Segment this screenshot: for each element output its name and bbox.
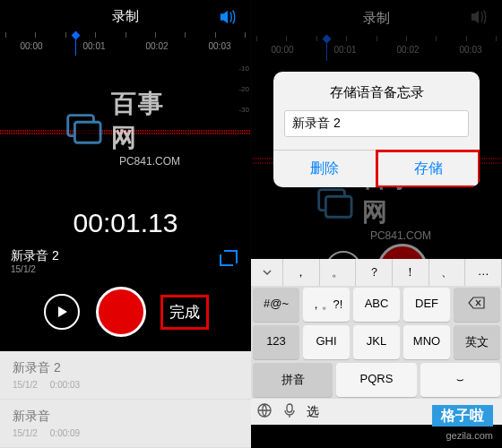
suggest-key[interactable]: ？ — [356, 259, 393, 286]
list-item[interactable]: 新录音 2 15/1/20:00:03 — [0, 351, 251, 400]
dialog-title: 存储语音备忘录 — [273, 72, 480, 110]
keyboard: ， 。 ？ ！ 、 … #@~ ，。?! ABC DEF 123 GHI JKL… — [251, 259, 502, 425]
key[interactable]: ⌣ — [420, 363, 500, 397]
suggest-key[interactable]: ！ — [393, 259, 429, 286]
globe-icon[interactable] — [256, 402, 273, 421]
keyboard-suggest-row: ， 。 ？ ！ 、 … — [251, 259, 502, 286]
key[interactable]: GHI — [303, 325, 350, 359]
record-button[interactable] — [96, 287, 146, 337]
suggest-key[interactable]: 。 — [320, 259, 357, 286]
left-pane: 录制 00:00 00:01 00:02 00:03 -10-20-30 百事网… — [0, 0, 251, 448]
controls: 完成 — [0, 278, 251, 351]
save-dialog: 存储语音备忘录 新录音 2 删除 存储 — [273, 72, 480, 187]
key[interactable]: ，。?! — [303, 288, 350, 322]
key-numbers[interactable]: 123 — [253, 325, 299, 359]
done-button[interactable]: 完成 — [162, 297, 207, 328]
suggest-key[interactable]: 、 — [429, 259, 466, 286]
keyboard-expand-icon[interactable] — [251, 259, 283, 286]
recording-name-input[interactable]: 新录音 2 — [284, 110, 469, 137]
delete-button[interactable]: 删除 — [273, 151, 376, 187]
waveform-area: -10-20-30 百事网 PC841.COM — [0, 56, 251, 199]
backspace-key[interactable] — [454, 288, 500, 322]
recording-date: 15/1/2 — [11, 264, 217, 274]
key-pinyin[interactable]: 拼音 — [253, 363, 333, 397]
key-symbols[interactable]: #@~ — [253, 288, 299, 322]
corner-watermark-right: 格子啦 gezila.com — [423, 403, 502, 446]
suggest-key[interactable]: ， — [283, 259, 320, 286]
key[interactable]: DEF — [403, 288, 450, 322]
watermark: 百事网 PC841.COM — [63, 87, 188, 168]
recording-name: 新录音 2 — [11, 248, 217, 264]
trim-icon[interactable] — [217, 247, 240, 274]
key[interactable]: JKL — [353, 325, 400, 359]
key[interactable]: PQRS — [336, 363, 416, 397]
mic-icon[interactable] — [281, 402, 298, 421]
key-lang[interactable]: 英文 — [454, 325, 500, 359]
time-ruler: 00:00 00:01 00:02 00:03 — [0, 32, 251, 56]
recording-list: 新录音 2 15/1/20:00:03 新录音 15/1/20:00:09 — [0, 351, 251, 448]
header-title: 录制 — [112, 8, 139, 25]
list-item[interactable]: 新录音 15/1/20:00:09 — [0, 400, 251, 448]
right-pane: 录制 00:0000:0100:0200:03 百事网 PC841.COM 存储… — [251, 0, 502, 448]
key[interactable]: ABC — [353, 288, 400, 322]
play-button[interactable] — [44, 294, 80, 330]
suggest-key[interactable]: … — [465, 259, 502, 286]
speaker-icon[interactable] — [219, 9, 238, 25]
elapsed-time: 00:01.13 — [0, 199, 251, 244]
current-recording-row: 新录音 2 15/1/2 — [0, 244, 251, 278]
key[interactable]: MNO — [403, 325, 450, 359]
svg-rect-5 — [287, 404, 292, 412]
header: 录制 — [0, 0, 251, 32]
save-button[interactable]: 存储 — [376, 151, 480, 187]
